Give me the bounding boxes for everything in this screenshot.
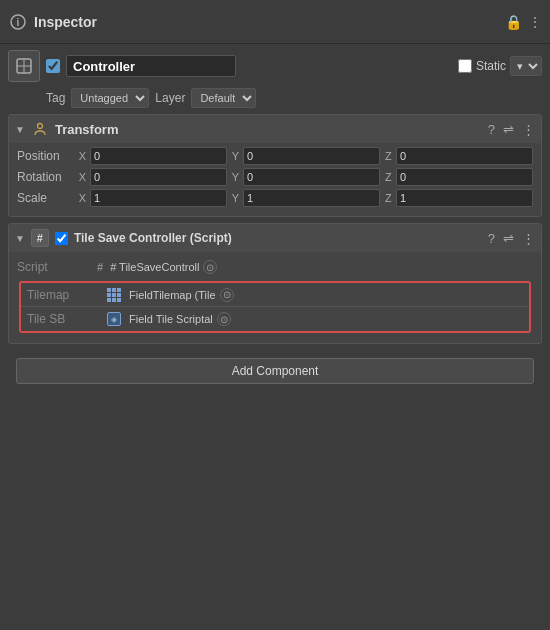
script-target-icon[interactable] xyxy=(203,260,217,274)
tag-select[interactable]: Untagged xyxy=(71,88,149,108)
rotation-y-field: Y xyxy=(230,168,380,186)
rotation-row: Rotation X Y Z xyxy=(17,168,533,186)
lock-icon[interactable]: 🔒 xyxy=(505,14,522,30)
tile-sb-value-text: Field Tile Scriptal xyxy=(129,313,213,325)
rotation-xyz: X Y Z xyxy=(77,168,533,186)
rotation-label: Rotation xyxy=(17,170,73,184)
tag-label: Tag xyxy=(46,91,65,105)
script-settings-icon[interactable]: ⇌ xyxy=(503,231,514,246)
tile-sb-value-group: Field Tile Scriptal xyxy=(107,312,523,326)
rotation-x-label: X xyxy=(77,171,88,183)
position-x-field: X xyxy=(77,147,227,165)
transform-actions: ? ⇌ ⋮ xyxy=(488,122,535,137)
position-z-field: Z xyxy=(383,147,533,165)
tilemap-row: Tilemap FieldTilemap (Tile xyxy=(21,283,529,307)
script-value-text: # TileSaveControll xyxy=(110,261,199,273)
script-title: Tile Save Controller (Script) xyxy=(74,231,482,245)
static-checkbox[interactable] xyxy=(458,59,472,73)
transform-fields: Position X Y Z xyxy=(9,143,541,216)
inspector-icon: i xyxy=(8,12,28,32)
static-label: Static xyxy=(476,59,506,73)
script-enabled-checkbox[interactable] xyxy=(55,232,68,245)
transform-section: ▼ Transform ? ⇌ ⋮ Position X xyxy=(8,114,542,217)
tile-sb-target-icon[interactable] xyxy=(217,312,231,326)
script-fields: Script # # TileSaveControll Tilemap xyxy=(9,252,541,343)
tile-sb-icon xyxy=(107,312,121,326)
scale-y-field: Y xyxy=(230,189,380,207)
rotation-y-label: Y xyxy=(230,171,241,183)
position-y-input[interactable] xyxy=(243,147,380,165)
scale-z-input[interactable] xyxy=(396,189,533,207)
position-x-input[interactable] xyxy=(90,147,227,165)
gameobject-icon xyxy=(8,50,40,82)
position-z-label: Z xyxy=(383,150,394,162)
static-dropdown[interactable]: ▾ xyxy=(510,56,542,76)
svg-text:i: i xyxy=(17,17,20,28)
script-value-group: # # TileSaveControll xyxy=(97,260,533,274)
scale-x-input[interactable] xyxy=(90,189,227,207)
script-row: Script # # TileSaveControll xyxy=(17,256,533,278)
add-component-button[interactable]: Add Component xyxy=(16,358,534,384)
inspector-body: Static ▾ Tag Untagged Layer Default ▼ Tr… xyxy=(0,44,550,402)
transform-header[interactable]: ▼ Transform ? ⇌ ⋮ xyxy=(9,115,541,143)
rotation-x-input[interactable] xyxy=(90,168,227,186)
static-group: Static ▾ xyxy=(458,56,542,76)
tag-layer-row: Tag Untagged Layer Default xyxy=(8,88,542,108)
scale-label: Scale xyxy=(17,191,73,205)
gameobject-row: Static ▾ xyxy=(8,50,542,82)
script-label: Script xyxy=(17,260,97,274)
transform-collapse-arrow: ▼ xyxy=(15,124,25,135)
script-actions: ? ⇌ ⋮ xyxy=(488,231,535,246)
transform-help-icon[interactable]: ? xyxy=(488,122,495,137)
scale-x-label: X xyxy=(77,192,88,204)
gameobject-enabled-checkbox[interactable] xyxy=(46,59,60,73)
transform-icon xyxy=(31,120,49,138)
script-hash-icon: # xyxy=(31,229,49,247)
tilemap-target-icon[interactable] xyxy=(220,288,234,302)
script-section: ▼ # Tile Save Controller (Script) ? ⇌ ⋮ … xyxy=(8,223,542,344)
scale-row: Scale X Y Z xyxy=(17,189,533,207)
script-collapse-arrow: ▼ xyxy=(15,233,25,244)
tile-sb-row: Tile SB Field Tile Scriptal xyxy=(21,307,529,331)
rotation-z-label: Z xyxy=(383,171,394,183)
layer-label: Layer xyxy=(155,91,185,105)
tilemap-value-text: FieldTilemap (Tile xyxy=(129,289,216,301)
scale-x-field: X xyxy=(77,189,227,207)
rotation-z-field: Z xyxy=(383,168,533,186)
layer-select[interactable]: Default xyxy=(191,88,256,108)
menu-icon[interactable]: ⋮ xyxy=(528,14,542,30)
gameobject-name-input[interactable] xyxy=(66,55,236,77)
position-y-label: Y xyxy=(230,150,241,162)
position-y-field: Y xyxy=(230,147,380,165)
position-x-label: X xyxy=(77,150,88,162)
position-z-input[interactable] xyxy=(396,147,533,165)
tilemap-value-group: FieldTilemap (Tile xyxy=(107,288,523,302)
scale-xyz: X Y Z xyxy=(77,189,533,207)
tile-sb-label: Tile SB xyxy=(27,312,107,326)
scale-y-label: Y xyxy=(230,192,241,204)
add-component-area: Add Component xyxy=(8,350,542,396)
tilemap-label: Tilemap xyxy=(27,288,107,302)
script-menu-icon[interactable]: ⋮ xyxy=(522,231,535,246)
scale-z-label: Z xyxy=(383,192,394,204)
position-label: Position xyxy=(17,149,73,163)
scale-z-field: Z xyxy=(383,189,533,207)
rotation-x-field: X xyxy=(77,168,227,186)
position-row: Position X Y Z xyxy=(17,147,533,165)
inspector-title: Inspector xyxy=(34,14,505,30)
highlighted-rows-container: Tilemap FieldTilemap (Tile Tile SB xyxy=(19,281,531,333)
transform-menu-icon[interactable]: ⋮ xyxy=(522,122,535,137)
transform-settings-icon[interactable]: ⇌ xyxy=(503,122,514,137)
svg-point-5 xyxy=(37,124,42,129)
rotation-z-input[interactable] xyxy=(396,168,533,186)
rotation-y-input[interactable] xyxy=(243,168,380,186)
script-header[interactable]: ▼ # Tile Save Controller (Script) ? ⇌ ⋮ xyxy=(9,224,541,252)
script-help-icon[interactable]: ? xyxy=(488,231,495,246)
scale-y-input[interactable] xyxy=(243,189,380,207)
inspector-header: i Inspector 🔒 ⋮ xyxy=(0,0,550,44)
transform-title: Transform xyxy=(55,122,482,137)
header-actions: 🔒 ⋮ xyxy=(505,14,542,30)
position-xyz: X Y Z xyxy=(77,147,533,165)
tilemap-grid-icon xyxy=(107,288,121,302)
